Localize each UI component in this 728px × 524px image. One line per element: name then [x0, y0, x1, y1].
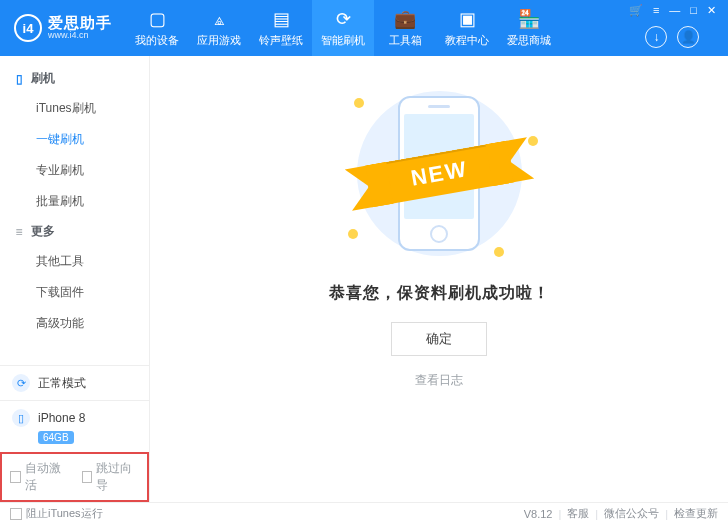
checkbox-icon — [82, 471, 93, 483]
maximize-button[interactable]: □ — [690, 4, 697, 17]
nav-tutorials[interactable]: ▣教程中心 — [436, 0, 498, 56]
app-subtitle: www.i4.cn — [48, 31, 112, 41]
device-icon: ▢ — [149, 8, 166, 30]
view-log-link[interactable]: 查看日志 — [415, 372, 463, 389]
checkbox-label: 自动激活 — [25, 460, 68, 494]
update-link[interactable]: 检查更新 — [674, 506, 718, 521]
ok-button[interactable]: 确定 — [391, 322, 487, 356]
nav-flash[interactable]: ⟳智能刷机 — [312, 0, 374, 56]
app-title: 爱思助手 — [48, 15, 112, 32]
header-right: 🛒 ≡ — □ ✕ ↓ 👤 — [629, 0, 728, 56]
checkbox-auto-activate[interactable]: 自动激活 — [10, 460, 68, 494]
close-button[interactable]: ✕ — [707, 4, 716, 17]
wechat-link[interactable]: 微信公众号 — [604, 506, 659, 521]
sidebar-item-download-fw[interactable]: 下载固件 — [0, 277, 149, 308]
sidebar-section-more: ≡更多 — [0, 217, 149, 246]
support-link[interactable]: 客服 — [567, 506, 589, 521]
nav-label: 铃声壁纸 — [259, 33, 303, 48]
store-icon: 🏪 — [518, 8, 540, 30]
checkbox-label: 阻止iTunes运行 — [26, 506, 103, 521]
main-content: NEW 恭喜您，保资料刷机成功啦！ 确定 查看日志 — [150, 56, 728, 502]
phone-small-icon: ▯ — [12, 409, 30, 427]
sidebar-item-other-tools[interactable]: 其他工具 — [0, 246, 149, 277]
app-header: i4 爱思助手 www.i4.cn ▢我的设备 ⟁应用游戏 ▤铃声壁纸 ⟳智能刷… — [0, 0, 728, 56]
nav-label: 我的设备 — [135, 33, 179, 48]
list-icon: ≡ — [12, 225, 26, 239]
sidebar-item-pro-flash[interactable]: 专业刷机 — [0, 155, 149, 186]
main-nav: ▢我的设备 ⟁应用游戏 ▤铃声壁纸 ⟳智能刷机 💼工具箱 ▣教程中心 🏪爱思商城 — [126, 0, 560, 56]
menu-icon[interactable]: ≡ — [653, 4, 659, 17]
logo-mark: i4 — [14, 14, 42, 42]
refresh-icon: ⟳ — [12, 374, 30, 392]
section-title: 更多 — [31, 223, 55, 240]
nav-label: 应用游戏 — [197, 33, 241, 48]
nav-store[interactable]: 🏪爱思商城 — [498, 0, 560, 56]
checkbox-prevent-itunes[interactable]: 阻止iTunes运行 — [10, 506, 103, 521]
nav-ringtones[interactable]: ▤铃声壁纸 — [250, 0, 312, 56]
tutorial-icon: ▣ — [459, 8, 476, 30]
sidebar-item-batch-flash[interactable]: 批量刷机 — [0, 186, 149, 217]
checkbox-icon — [10, 471, 21, 483]
success-illustration: NEW — [334, 86, 544, 261]
nav-apps[interactable]: ⟁应用游戏 — [188, 0, 250, 56]
toolbox-icon: 💼 — [394, 8, 416, 30]
sidebar-item-advanced[interactable]: 高级功能 — [0, 308, 149, 339]
version-label: V8.12 — [524, 508, 553, 520]
download-button[interactable]: ↓ — [645, 26, 667, 48]
nav-toolbox[interactable]: 💼工具箱 — [374, 0, 436, 56]
section-title: 刷机 — [31, 70, 55, 87]
sidebar-item-itunes-flash[interactable]: iTunes刷机 — [0, 93, 149, 124]
sidebar-section-flash: ▯刷机 — [0, 64, 149, 93]
device-info[interactable]: ▯iPhone 8 64GB — [0, 400, 149, 452]
user-button[interactable]: 👤 — [677, 26, 699, 48]
storage-badge: 64GB — [38, 431, 74, 444]
sidebar-item-oneclick-flash[interactable]: 一键刷机 — [0, 124, 149, 155]
flash-options: 自动激活 跳过向导 — [0, 452, 149, 502]
flash-icon: ⟳ — [336, 8, 351, 30]
nav-label: 智能刷机 — [321, 33, 365, 48]
app-logo: i4 爱思助手 www.i4.cn — [0, 14, 126, 42]
nav-label: 爱思商城 — [507, 33, 551, 48]
apps-icon: ⟁ — [214, 9, 225, 30]
mode-label: 正常模式 — [38, 375, 86, 392]
device-mode[interactable]: ⟳正常模式 — [0, 365, 149, 400]
success-message: 恭喜您，保资料刷机成功啦！ — [329, 283, 550, 304]
nav-label: 工具箱 — [389, 33, 422, 48]
phone-icon: ▯ — [12, 72, 26, 86]
nav-label: 教程中心 — [445, 33, 489, 48]
sidebar: ▯刷机 iTunes刷机 一键刷机 专业刷机 批量刷机 ≡更多 其他工具 下载固… — [0, 56, 150, 502]
ringtone-icon: ▤ — [273, 8, 290, 30]
nav-my-device[interactable]: ▢我的设备 — [126, 0, 188, 56]
cart-icon[interactable]: 🛒 — [629, 4, 643, 17]
status-bar: 阻止iTunes运行 V8.12| 客服| 微信公众号| 检查更新 — [0, 502, 728, 524]
checkbox-icon — [10, 508, 22, 520]
checkbox-skip-wizard[interactable]: 跳过向导 — [82, 460, 140, 494]
checkbox-label: 跳过向导 — [96, 460, 139, 494]
minimize-button[interactable]: — — [669, 4, 680, 17]
device-name: iPhone 8 — [38, 411, 85, 425]
